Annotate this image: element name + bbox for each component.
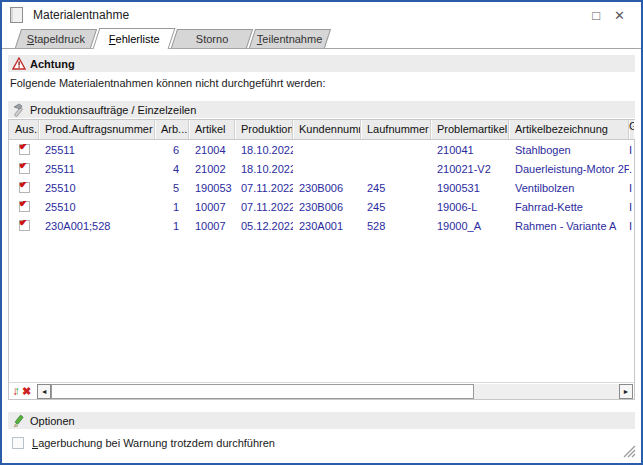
cell-problemartikel: 19006-L	[431, 201, 509, 213]
cell-artikel: 10007	[189, 220, 235, 232]
cell-artikel: 21002	[189, 163, 235, 175]
cell-problemartikel: 210041	[431, 144, 509, 156]
cell-artikelbezeichnung: Dauerleistung-Motor 2PS	[509, 163, 629, 175]
warning-triangle-icon	[12, 57, 26, 70]
check-icon: ✔	[19, 220, 30, 228]
delete-row-button[interactable]: ✖	[22, 385, 31, 397]
scrollbar-thumb[interactable]	[51, 384, 474, 399]
cell-arb: 1	[155, 220, 189, 232]
cell-cut: I	[629, 201, 634, 213]
cell-arb: 1	[155, 201, 189, 213]
column-header-arb[interactable]: Arb...	[155, 120, 189, 139]
cell-cut: I	[629, 220, 634, 232]
pencil-icon	[12, 414, 26, 428]
cell-laufnummer: 528	[361, 220, 431, 232]
section-header-produktionsauftraege: Produktionsaufträge / Einzelzeilen	[8, 101, 635, 118]
column-header-problemartikel[interactable]: Problemartikel	[431, 120, 509, 139]
cell-prod-auftragsnummer: 230A001;528	[39, 220, 155, 232]
cell-laufnummer: 245	[361, 201, 431, 213]
cell-artikelbezeichnung: Rahmen - Variante A	[509, 220, 629, 232]
tab-stapeldruck[interactable]: Stapeldruck	[15, 29, 97, 48]
materialentnahme-window: Materialentnahme □ ✕ Stapeldruck Fehlerl…	[0, 0, 643, 465]
cell-kundennummer: 230B006	[293, 182, 361, 194]
cell-artikel: 10007	[189, 201, 235, 213]
cell-produktionsdatum: 07.11.2022	[235, 182, 293, 194]
cell-produktionsdatum: 18.10.2022	[235, 144, 293, 156]
table-row[interactable]: ✔ 25511 6 21004 18.10.2022 210041 Stahlb…	[9, 140, 634, 159]
error-table: Aus... Prod.Auftragsnummer Arb... Artike…	[8, 119, 635, 400]
row-checkbox[interactable]: ✔	[19, 144, 30, 155]
resize-grip[interactable]	[621, 443, 636, 458]
scroll-left-button[interactable]: ◄	[37, 384, 51, 399]
cell-produktionsdatum: 05.12.2022	[235, 220, 293, 232]
cell-produktionsdatum: 18.10.2022	[235, 163, 293, 175]
cell-arb: 6	[155, 144, 189, 156]
tab-stapeldruck-label: Stapeldruck	[27, 33, 85, 45]
warning-title: Achtung	[30, 58, 75, 70]
tab-storno-label: Storno	[196, 33, 228, 45]
arrow-up-icon: ↑	[14, 384, 16, 398]
table-empty-area	[9, 235, 634, 382]
cell-laufnummer: 245	[361, 182, 431, 194]
options-header: Optionen	[8, 412, 635, 429]
cell-cut: .	[629, 163, 634, 175]
warning-message: Folgende Materialentnahmen können nicht …	[10, 77, 635, 91]
row-checkbox[interactable]: ✔	[19, 163, 30, 174]
cell-arb: 4	[155, 163, 189, 175]
table-row[interactable]: ✔ 230A001;528 1 10007 05.12.2022 230A001…	[9, 216, 634, 235]
table-footer: ↓↑ ✖ ◄ ►	[9, 382, 634, 399]
tab-strip: Stapeldruck Fehlerliste Storno Teilentna…	[2, 28, 641, 49]
scrollbar-track[interactable]	[474, 384, 619, 399]
cell-artikelbezeichnung: Fahrrad-Kette	[509, 201, 629, 213]
tab-storno[interactable]: Storno	[171, 29, 253, 48]
cell-prod-auftragsnummer: 25510	[39, 201, 155, 213]
cell-cut: I	[629, 182, 634, 194]
column-header-auswahl[interactable]: Aus...	[9, 120, 39, 139]
row-checkbox[interactable]: ✔	[19, 201, 30, 212]
table-row[interactable]: ✔ 25510 1 10007 07.11.2022 230B006 245 1…	[9, 197, 634, 216]
table-row[interactable]: ✔ 25510 5 190053 07.11.2022 230B006 245 …	[9, 178, 634, 197]
column-header-laufnummer[interactable]: Laufnummer	[361, 120, 431, 139]
column-header-artikelbezeichnung[interactable]: Artikelbezeichnung	[509, 120, 629, 139]
tab-fehlerliste-label: Fehlerliste	[108, 33, 159, 45]
cell-artikel: 21004	[189, 144, 235, 156]
toggle-selection-button[interactable]: ↓↑	[12, 385, 16, 397]
maximize-button[interactable]: □	[592, 9, 600, 22]
column-header-kundennummer[interactable]: Kundennummer	[293, 120, 361, 139]
cell-kundennummer: 230A001	[293, 220, 361, 232]
title-bar: Materialentnahme □ ✕	[2, 2, 641, 28]
section-title: Produktionsaufträge / Einzelzeilen	[30, 104, 196, 116]
column-header-prod-auftragsnummer[interactable]: Prod.Auftragsnummer	[39, 120, 155, 139]
cell-kundennummer: 230B006	[293, 201, 361, 213]
lagerbuchung-checkbox[interactable]	[12, 437, 24, 449]
scroll-right-button[interactable]: ►	[619, 384, 633, 399]
row-checkbox[interactable]: ✔	[19, 220, 30, 231]
column-header-cut[interactable]: G	[629, 120, 634, 139]
window-document-icon	[10, 7, 23, 23]
cell-prod-auftragsnummer: 25510	[39, 182, 155, 194]
warning-header: Achtung	[8, 55, 635, 72]
row-checkbox[interactable]: ✔	[19, 182, 30, 193]
column-header-produktionsdatum[interactable]: Produktion...	[235, 120, 293, 139]
cell-artikel: 190053	[189, 182, 235, 194]
tab-teilentnahme[interactable]: Teilentnahme	[249, 29, 331, 48]
tab-fehlerliste[interactable]: Fehlerliste	[93, 28, 176, 49]
cell-artikelbezeichnung: Ventilbolzen	[509, 182, 629, 194]
table-row[interactable]: ✔ 25511 4 21002 18.10.2022 210021-V2 Dau…	[9, 159, 634, 178]
check-icon: ✔	[19, 163, 30, 171]
cell-prod-auftragsnummer: 25511	[39, 144, 155, 156]
options-title: Optionen	[30, 415, 75, 427]
cell-artikelbezeichnung: Stahlbogen	[509, 144, 629, 156]
horizontal-scrollbar[interactable]: ◄ ►	[37, 384, 633, 399]
check-icon: ✔	[19, 201, 30, 209]
table-header-row: Aus... Prod.Auftragsnummer Arb... Artike…	[9, 120, 634, 140]
tab-teilentnahme-label: Teilentnahme	[257, 33, 322, 45]
lagerbuchung-checkbox-label[interactable]: Lagerbuchung bei Warnung trotzdem durchf…	[32, 437, 275, 449]
column-header-artikel[interactable]: Artikel	[189, 120, 235, 139]
cell-cut: I	[629, 144, 634, 156]
window-title: Materialentnahme	[33, 8, 129, 22]
cell-arb: 5	[155, 182, 189, 194]
cell-problemartikel: 19000_A	[431, 220, 509, 232]
cell-problemartikel: 1900531	[431, 182, 509, 194]
close-button[interactable]: ✕	[614, 9, 625, 22]
